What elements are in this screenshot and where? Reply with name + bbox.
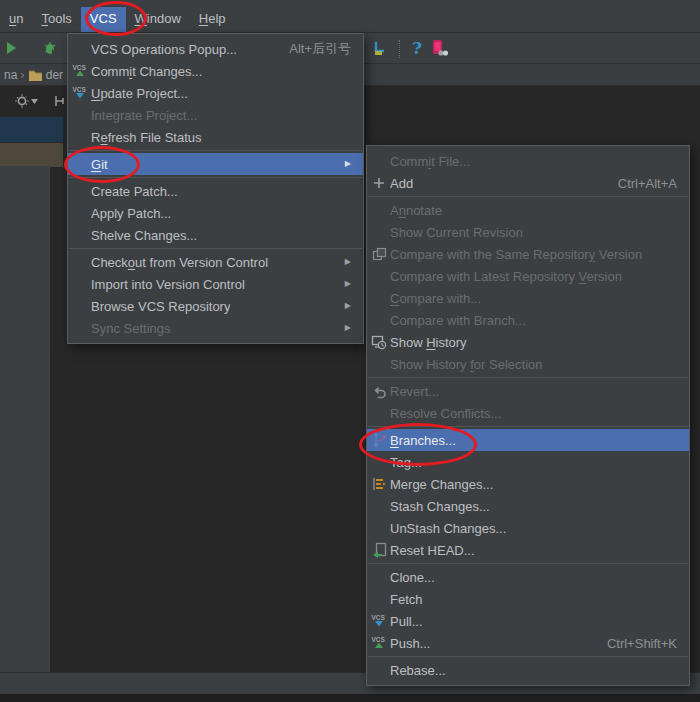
- vcs-menu-item-checkout-from-version-control[interactable]: Checkout from Version Control▶: [68, 251, 363, 273]
- git-menu-item-stash-changes[interactable]: Stash Changes...: [367, 495, 689, 517]
- git-menu-item-add[interactable]: AddCtrl+Alt+A: [367, 172, 689, 194]
- svg-text:VCS: VCS: [73, 86, 87, 93]
- menu-item-label: Compare with Latest Repository Version: [390, 269, 622, 284]
- menu-item-label: Tools: [41, 11, 71, 26]
- menu-item-label: Compare with...: [390, 291, 481, 306]
- svg-text:VCS: VCS: [73, 64, 87, 71]
- vcs-menu-item-git[interactable]: Git▶: [68, 153, 363, 175]
- settings-gear-icon[interactable]: [14, 93, 38, 109]
- no-icon: [72, 156, 88, 172]
- git-menu-item-fetch[interactable]: Fetch: [367, 588, 689, 610]
- menu-item-label: VCS Operations Popup...: [91, 42, 237, 57]
- debug-icon[interactable]: [40, 36, 62, 60]
- git-menu-separator: [368, 656, 688, 657]
- shortcut-label: Alt+后引号: [271, 40, 351, 58]
- git-menu-item-compare-with-the-same-repository-version: Compare with the Same Repository Version: [367, 243, 689, 265]
- submenu-arrow-icon: ▶: [345, 324, 351, 332]
- git-menu-item-pull[interactable]: VCSPull...: [367, 610, 689, 632]
- run-icon[interactable]: [0, 36, 22, 60]
- breadcrumb-item[interactable]: na: [4, 68, 17, 82]
- pin-icon[interactable]: [54, 94, 68, 108]
- merge-icon: [371, 476, 387, 492]
- git-menu-item-merge-changes[interactable]: Merge Changes...: [367, 473, 689, 495]
- vcs-menu-item-shelve-changes[interactable]: Shelve Changes...: [68, 224, 363, 246]
- chevron-right-icon: ›: [20, 67, 24, 82]
- vcs-menu-item-integrate-project: Integrate Project...: [68, 104, 363, 126]
- menu-item-label: Checkout from Version Control: [91, 255, 268, 270]
- vcs-menu-item-import-into-version-control[interactable]: Import into Version Control▶: [68, 273, 363, 295]
- menu-item-label: UnStash Changes...: [390, 521, 506, 536]
- vcs-commit-icon: VCS: [72, 63, 88, 79]
- git-menu-item-push[interactable]: VCSPush...Ctrl+Shift+K: [367, 632, 689, 654]
- menu-item-label: Sync Settings: [91, 321, 171, 336]
- menu-item-label: Commit File...: [390, 154, 470, 169]
- menu-item-label: Pull...: [390, 614, 423, 629]
- vcs-update-icon: VCS: [371, 613, 387, 629]
- git-menu-item-resolve-conflicts: Resolve Conflicts...: [367, 402, 689, 424]
- submenu-arrow-icon: ▶: [345, 302, 351, 310]
- menu-item-label: Show History for Selection: [390, 357, 542, 372]
- submenu-arrow-icon: ▶: [345, 258, 351, 266]
- vcs-menu-item-create-patch[interactable]: Create Patch...: [68, 180, 363, 202]
- no-icon: [72, 227, 88, 243]
- vcs-update-icon: VCS: [72, 85, 88, 101]
- reset-head-icon: [371, 542, 387, 558]
- sdk-manager-icon[interactable]: [369, 36, 391, 60]
- menubar-item-vcs[interactable]: VCS: [81, 7, 126, 32]
- tree-row-hovered[interactable]: [0, 143, 63, 167]
- window-bottom-edge: [0, 694, 700, 702]
- git-menu-item-unstash-changes[interactable]: UnStash Changes...: [367, 517, 689, 539]
- breadcrumb-item[interactable]: der: [46, 68, 63, 82]
- no-icon: [72, 183, 88, 199]
- submenu-arrow-icon: ▶: [345, 280, 351, 288]
- shortcut-label: Ctrl+Shift+K: [589, 636, 677, 651]
- compare-icon: [371, 246, 387, 262]
- vcs-menu-item-update-project[interactable]: VCSUpdate Project...: [68, 82, 363, 104]
- menubar-item-un[interactable]: un: [0, 7, 32, 32]
- menu-item-label: Integrate Project...: [91, 108, 197, 123]
- menu-item-label: Clone...: [390, 570, 435, 585]
- device-manager-icon[interactable]: [428, 36, 450, 60]
- git-menu-item-rebase[interactable]: Rebase...: [367, 659, 689, 681]
- submenu-arrow-icon: ▶: [345, 160, 351, 168]
- no-icon: [371, 662, 387, 678]
- vcs-menu-item-refresh-file-status[interactable]: Refresh File Status: [68, 126, 363, 148]
- git-menu-item-branches[interactable]: Branches...: [367, 429, 689, 451]
- menu-item-label: Apply Patch...: [91, 206, 171, 221]
- menu-item-label: Create Patch...: [91, 184, 178, 199]
- git-menu-item-reset-head[interactable]: Reset HEAD...: [367, 539, 689, 561]
- git-submenu-popup: Commit File...AddCtrl+Alt+AAnnotateShow …: [366, 145, 690, 686]
- menu-item-label: Branches...: [390, 433, 456, 448]
- no-icon: [371, 202, 387, 218]
- git-menu-item-tag[interactable]: Tag...: [367, 451, 689, 473]
- vcs-menu-item-vcs-operations-popup[interactable]: VCS Operations Popup...Alt+后引号: [68, 38, 363, 60]
- menu-item-label: Update Project...: [91, 86, 188, 101]
- menu-item-label: Import into Version Control: [91, 277, 245, 292]
- menubar-item-window[interactable]: Window: [126, 7, 190, 32]
- menu-item-label: Compare with Branch...: [390, 313, 526, 328]
- toolbar-separator: [399, 40, 400, 58]
- git-menu-item-clone[interactable]: Clone...: [367, 566, 689, 588]
- vcs-menu-item-commit-changes[interactable]: VCSCommit Changes...: [68, 60, 363, 82]
- menubar-item-help[interactable]: Help: [190, 7, 235, 32]
- help-icon[interactable]: ?: [406, 36, 428, 60]
- tree-row-selected[interactable]: [0, 117, 63, 142]
- menu-item-label: Refresh File Status: [91, 130, 202, 145]
- menubar-item-tools[interactable]: Tools: [32, 7, 80, 32]
- menu-item-label: VCS: [90, 11, 117, 26]
- no-icon: [72, 205, 88, 221]
- plus-icon: [371, 175, 387, 191]
- menu-item-label: Reset HEAD...: [390, 543, 475, 558]
- menu-item-label: Revert...: [390, 384, 439, 399]
- menu-item-label: Stash Changes...: [390, 499, 490, 514]
- vcs-menu-separator: [69, 248, 362, 249]
- history-icon: [371, 334, 387, 350]
- menu-item-label: Tag...: [390, 455, 422, 470]
- git-menu-item-show-history[interactable]: Show History: [367, 331, 689, 353]
- vcs-menu-item-apply-patch[interactable]: Apply Patch...: [68, 202, 363, 224]
- vcs-menu-item-browse-vcs-repository[interactable]: Browse VCS Repository▶: [68, 295, 363, 317]
- git-menu-separator: [368, 563, 688, 564]
- vcs-menu-popup: VCS Operations Popup...Alt+后引号VCSCommit …: [67, 33, 364, 344]
- no-icon: [371, 290, 387, 306]
- vcs-commit-icon: VCS: [371, 635, 387, 651]
